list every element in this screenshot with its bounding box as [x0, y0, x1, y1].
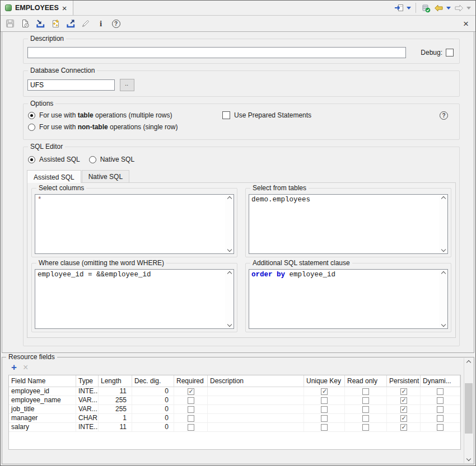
persistent-checkbox[interactable]	[400, 388, 407, 395]
database-check-icon[interactable]	[421, 3, 431, 13]
unique-key-checkbox[interactable]	[321, 406, 328, 413]
panel-scrollbar[interactable]	[464, 358, 473, 463]
radio-icon[interactable]	[28, 156, 35, 163]
add-field-button[interactable]: +	[11, 364, 17, 371]
radio-non-table-operations[interactable]: For use with non-table operations (singl…	[28, 123, 454, 131]
radio-icon[interactable]	[28, 112, 35, 119]
column-header[interactable]: Unique Key	[304, 375, 345, 387]
column-header[interactable]: Description	[208, 375, 304, 387]
unique-key-checkbox[interactable]	[321, 388, 328, 395]
debug-checkbox[interactable]	[446, 49, 454, 57]
sql-text[interactable]: demo.employees	[249, 195, 439, 253]
sql-text[interactable]: employee_id = &&employee_id	[35, 270, 225, 328]
table-row[interactable]: job_titleVAR...2550	[9, 405, 460, 414]
dropdown-icon[interactable]	[407, 7, 411, 10]
dynamic-checkbox[interactable]	[437, 415, 444, 422]
scrollbar[interactable]	[225, 270, 234, 328]
persistent-checkbox[interactable]	[400, 406, 407, 413]
persistent-checkbox[interactable]	[400, 424, 407, 431]
scroll-up-icon[interactable]	[227, 196, 231, 201]
scroll-up-icon[interactable]	[227, 271, 231, 276]
required-checkbox[interactable]	[188, 397, 194, 404]
prepared-statements-checkbox[interactable]	[222, 111, 230, 119]
read-only-checkbox[interactable]	[362, 397, 369, 404]
read-only-checkbox[interactable]	[362, 415, 369, 422]
radio-assisted-sql[interactable]: Assisted SQL	[28, 156, 80, 163]
export-icon[interactable]	[66, 18, 76, 29]
scroll-down-icon[interactable]	[441, 247, 445, 252]
tab-employees[interactable]: EMPLOYEES ×	[1, 1, 73, 15]
select-columns-editor[interactable]: *	[35, 194, 234, 254]
scroll-up-icon[interactable]	[441, 196, 445, 201]
table-row[interactable]: employee_nameVAR...2550	[9, 396, 460, 405]
sql-text[interactable]: *	[35, 195, 225, 253]
tab-assisted-sql[interactable]: Assisted SQL	[27, 170, 81, 183]
table-row[interactable]: managerCHAR10	[9, 414, 460, 423]
back-icon[interactable]	[433, 3, 444, 13]
read-only-checkbox[interactable]	[362, 424, 369, 431]
persistent-checkbox[interactable]	[400, 397, 407, 404]
close-editor-icon[interactable]: ×	[463, 19, 469, 29]
select-from-tables-editor[interactable]: demo.employees	[249, 194, 448, 254]
unique-key-checkbox[interactable]	[321, 424, 328, 431]
column-header[interactable]: Dec. dig.	[132, 375, 174, 387]
edit-pencil-icon[interactable]	[81, 18, 91, 29]
dropdown-icon[interactable]	[446, 7, 451, 10]
table-row[interactable]: employee_idINTE...110	[9, 387, 460, 396]
scrollbar-thumb[interactable]	[465, 383, 473, 434]
tab-title: EMPLOYEES	[15, 4, 59, 12]
radio-label: Assisted SQL	[39, 156, 80, 163]
save-icon[interactable]	[5, 18, 15, 29]
scroll-down-icon[interactable]	[227, 322, 231, 327]
help-icon[interactable]: ?	[111, 18, 121, 29]
import-icon[interactable]	[35, 18, 45, 29]
sql-text[interactable]: order by employee_id	[249, 270, 439, 328]
required-checkbox[interactable]	[188, 424, 194, 431]
scrollbar[interactable]	[225, 195, 234, 253]
radio-icon[interactable]	[89, 156, 96, 163]
required-checkbox[interactable]	[188, 406, 194, 413]
column-header[interactable]: Field Name	[9, 375, 76, 387]
column-header[interactable]: Required	[174, 375, 208, 387]
use-prepared-statements[interactable]: Use Prepared Statements	[222, 111, 311, 119]
scroll-down-icon[interactable]	[441, 322, 445, 327]
read-only-checkbox[interactable]	[362, 406, 369, 413]
required-checkbox[interactable]	[188, 415, 194, 422]
additional-clause-editor[interactable]: order by employee_id	[249, 269, 448, 329]
scrollbar[interactable]	[439, 270, 447, 328]
column-header[interactable]: Type	[76, 375, 99, 387]
unique-key-checkbox[interactable]	[321, 397, 328, 404]
where-clause-editor[interactable]: employee_id = &&employee_id	[35, 269, 234, 329]
remove-field-button[interactable]: ×	[23, 364, 28, 371]
dynamic-checkbox[interactable]	[437, 397, 444, 404]
read-only-checkbox[interactable]	[362, 388, 369, 395]
column-header[interactable]: Length	[99, 375, 132, 387]
validate-document-icon[interactable]	[20, 18, 30, 29]
column-header[interactable]: Dynami...	[421, 375, 460, 387]
scroll-up-icon[interactable]	[441, 271, 445, 276]
required-checkbox[interactable]	[188, 388, 194, 395]
radio-icon[interactable]	[28, 124, 35, 131]
scroll-up-icon[interactable]	[466, 360, 471, 365]
scrollbar[interactable]	[439, 195, 447, 253]
dynamic-checkbox[interactable]	[437, 388, 444, 395]
browse-connection-button[interactable]: ..	[120, 79, 134, 91]
column-header[interactable]: Read only	[345, 375, 387, 387]
wizard-icon[interactable]	[50, 18, 60, 29]
table-import-icon[interactable]	[394, 3, 404, 13]
dynamic-checkbox[interactable]	[437, 424, 444, 431]
scroll-down-icon[interactable]	[466, 456, 471, 461]
radio-native-sql[interactable]: Native SQL	[89, 156, 134, 163]
description-input[interactable]	[27, 47, 406, 58]
database-connection-input[interactable]	[27, 79, 115, 91]
options-help-icon[interactable]: ?	[440, 111, 448, 120]
tab-close-icon[interactable]: ×	[62, 4, 67, 12]
tab-native-sql[interactable]: Native SQL	[82, 170, 129, 182]
dynamic-checkbox[interactable]	[437, 406, 444, 413]
column-header[interactable]: Persistent	[387, 375, 421, 387]
scroll-down-icon[interactable]	[227, 247, 231, 252]
persistent-checkbox[interactable]	[400, 415, 407, 422]
unique-key-checkbox[interactable]	[321, 415, 328, 422]
table-row[interactable]: salaryINTE...110	[9, 423, 460, 432]
info-icon[interactable]: i	[96, 18, 106, 29]
